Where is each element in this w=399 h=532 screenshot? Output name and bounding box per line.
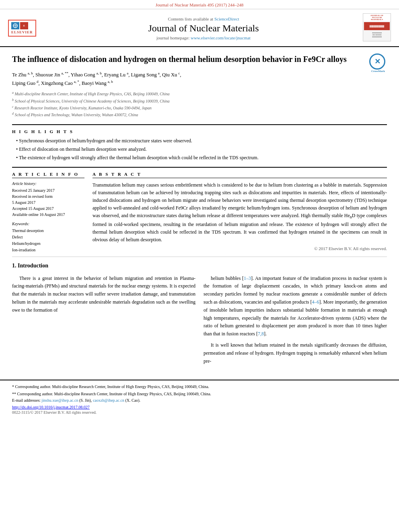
keywords-title: Keywords:	[12, 222, 84, 226]
abstract-col: A B S T R A C T Transmutation helium may…	[93, 172, 387, 253]
intro-paragraph-3: It is well known that helium retained in…	[204, 341, 387, 365]
footer: * Corresponding author. Multi-discipline…	[0, 380, 399, 418]
highlight-item-2: Effect of dislocation on thermal helium …	[16, 146, 387, 153]
highlights-section: H I G H L I G H T S Synchronous desorpti…	[12, 129, 387, 161]
highlights-title: H I G H L I G H T S	[12, 129, 387, 134]
abstract-text: Transmutation helium may causes serious …	[93, 181, 387, 244]
elsevier-logo: E ELSEVIER	[8, 20, 48, 37]
divider-3	[12, 257, 387, 257]
body-col-left: There is a great interest in the behavio…	[12, 275, 195, 366]
intro-paragraph-2: helium bubbles [1–3]. An important featu…	[204, 275, 387, 338]
article-info-title: A R T I C L E I N F O	[12, 172, 84, 178]
available-date: Available online 16 August 2017	[12, 212, 84, 218]
license-line: 0022-3115/© 2017 Elsevier B.V. All right…	[12, 410, 387, 415]
received-revised-date: 5 August 2017	[12, 199, 84, 205]
journal-thumbnail: JOURNAL OFNUCLEARMATERIALS ▓▓▓▓▓▓▓▓▓▓ ■■…	[359, 13, 391, 43]
top-banner: Journal of Nuclear Materials 495 (2017) …	[0, 0, 399, 9]
homepage-link[interactable]: www.elsevier.com/locate/jnucmat	[191, 35, 251, 40]
highlight-item-3: The existence of hydrogen will strongly …	[16, 154, 387, 161]
main-content: The influence of dislocation and hydroge…	[0, 47, 399, 372]
page: Journal of Nuclear Materials 495 (2017) …	[0, 0, 399, 532]
keyword-3: Helium/hydrogen	[12, 240, 84, 247]
article-info-abstract: A R T I C L E I N F O Article history: R…	[12, 172, 387, 253]
journal-homepage: journal homepage: www.elsevier.com/locat…	[48, 35, 359, 40]
received-date: Received 25 January 2017	[12, 187, 84, 193]
keyword-2: Defect	[12, 234, 84, 240]
divider-2	[12, 167, 387, 168]
footnote-star-star: ** Corresponding author. Multi-disciplin…	[12, 391, 387, 397]
email-jin-name: S. Jin	[80, 398, 89, 403]
article-title: The influence of dislocation and hydroge…	[12, 53, 387, 65]
highlight-item-1: Synchronous desorption of helium/hydroge…	[16, 137, 387, 144]
keyword-1: Thermal desorption	[12, 228, 84, 234]
received-revised-label: Received in revised form	[12, 193, 84, 199]
footnote-email: E-mail addresses: jinshu.xue@ihep.ac.cn …	[12, 398, 387, 403]
ref-7-8[interactable]: 7,8	[258, 331, 264, 337]
section-title-introduction: 1. Introduction	[12, 263, 387, 269]
section-name: Introduction	[18, 263, 48, 269]
intro-paragraph-1: There is a great interest in the behavio…	[12, 275, 195, 314]
authors: Te Zhu a, b, Shuoxue Jin a, **, Yihao Go…	[12, 70, 387, 87]
keywords-section: Keywords: Thermal desorption Defect Heli…	[12, 222, 84, 253]
section-number: 1.	[12, 263, 16, 269]
crossmark-logo: ✕ CrossMark	[369, 53, 387, 71]
ref-1-3[interactable]: 1–3	[244, 275, 251, 281]
divider-1	[12, 124, 387, 125]
sciencedirect-link[interactable]: ScienceDirect	[214, 16, 239, 21]
journal-citation: Journal of Nuclear Materials 495 (2017) …	[156, 2, 244, 7]
doi-line: http://dx.doi.org/10.1016/j.jnucmat.2017…	[12, 405, 387, 409]
header-center: Contents lists available at ScienceDirec…	[48, 16, 359, 40]
email-cao-link[interactable]: caoxzh@ihep.ac.cn	[93, 398, 124, 403]
history-title: Article history:	[12, 181, 84, 186]
ref-4-6[interactable]: 4–6	[312, 299, 319, 305]
keyword-4: Ion-irradiation	[12, 247, 84, 253]
doi-link[interactable]: http://dx.doi.org/10.1016/j.jnucmat.2017…	[12, 405, 90, 409]
footnote-star: * Corresponding author. Multi-discipline…	[12, 384, 387, 390]
abstract-copyright: © 2017 Elsevier B.V. All rights reserved…	[93, 246, 387, 251]
affiliations: a Multi-discipline Research Center, Inst…	[12, 90, 387, 118]
email-jin-link[interactable]: jinshu.xue@ihep.ac.cn	[41, 398, 78, 403]
sciencedirect-label: Contents lists available at ScienceDirec…	[48, 16, 359, 21]
journal-title: Journal of Nuclear Materials	[48, 23, 359, 34]
abstract-title: A B S T R A C T	[93, 172, 387, 178]
header-area: E ELSEVIER Contents lists available at S…	[0, 9, 399, 47]
body-text-area: There is a great interest in the behavio…	[12, 275, 387, 366]
body-col-right: helium bubbles [1–3]. An important featu…	[204, 275, 387, 366]
article-info-col: A R T I C L E I N F O Article history: R…	[12, 172, 84, 253]
accepted-date: Accepted 15 August 2017	[12, 205, 84, 212]
highlights-list: Synchronous desorption of helium/hydroge…	[12, 137, 387, 161]
email-cao-name: X. Cao	[127, 398, 138, 403]
